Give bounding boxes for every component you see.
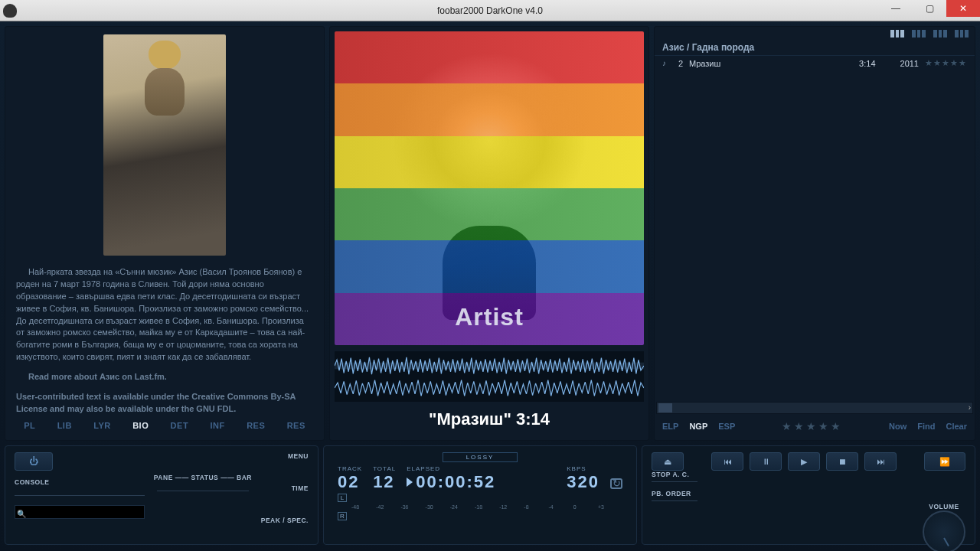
art-overlay-text: Artist [335,303,644,331]
bio-text: Най-ярката звезда на «Сънни мюзик» Азис … [5,260,324,414]
window-title: foobar2000 DarkOne v4.0 [437,5,543,16]
tab-lib[interactable]: LIB [53,419,77,432]
rating-stars[interactable]: ★★★★★ [925,58,967,68]
album-art: Artist [335,31,644,345]
playlist-row[interactable]: ♪ 2 Мразиш 3:14 2011 ★★★★★ [655,56,975,70]
tab-bio[interactable]: BIO [128,419,153,432]
minimize-button[interactable]: — [879,0,913,17]
eject-button[interactable]: ⏏ [652,452,684,471]
btn-now[interactable]: Now [889,422,906,431]
stop-ac-label[interactable]: STOP A. C. [652,471,697,478]
console-label: CONSOLE [15,478,145,486]
repeat-icon[interactable] [610,478,622,489]
btn-clear[interactable]: Clear [946,422,967,431]
rating-big[interactable]: ★★★★★ [782,420,843,432]
volume-label: VOLUME [923,503,965,510]
time-label[interactable]: TIME [292,484,309,492]
maximize-button[interactable]: ▢ [913,0,946,17]
elapsed-time: 00:00:52 [407,474,495,491]
power-button[interactable]: ⏻ [15,452,53,471]
volume-knob[interactable] [923,510,965,551]
play-button[interactable]: ▶ [788,452,820,471]
bitrate: 320 [567,474,599,491]
playlist-header: Азис / Гадна порода [655,39,975,56]
peak-label[interactable]: PEAK / SPEC. [261,517,309,524]
prev-button[interactable]: ⏮ [711,452,743,471]
vu-meter: L -48-42-36-30-24-18-12-8-40+3 R [333,494,627,520]
next-button[interactable]: ⏭ [864,452,897,471]
close-button[interactable]: ✕ [946,0,980,17]
play-indicator-icon [407,478,413,487]
tab-res2[interactable]: RES [283,419,310,432]
app-icon [3,4,17,18]
track-number: 02 [338,474,362,491]
tab-pl[interactable]: PL [19,419,40,432]
stop-button[interactable]: ⏹ [826,452,858,471]
pb-order-label[interactable]: PB. ORDER [652,490,697,497]
tab-det[interactable]: DET [166,419,194,432]
playlist-hscroll[interactable]: ‹› [656,402,973,414]
view-columns-1[interactable] [890,30,904,37]
view-columns-4[interactable] [955,30,969,37]
btn-esp[interactable]: ESP [718,422,735,431]
waveform[interactable] [335,351,644,402]
now-playing-title: "Мразиш" 3:14 [330,405,648,437]
tab-lyr[interactable]: LYR [89,419,116,432]
search-input[interactable]: 🔍 [15,505,145,519]
btn-find[interactable]: Find [917,422,935,431]
total-tracks: 12 [373,474,396,491]
artist-photo [103,34,226,256]
btn-ngp[interactable]: NGP [689,422,707,431]
tab-inf[interactable]: INF [206,419,230,432]
codec-badge: LOSSY [443,452,518,462]
view-columns-2[interactable] [912,30,926,37]
btn-elp[interactable]: ELP [662,422,678,431]
note-icon: ♪ [662,59,666,67]
pause-button[interactable]: ⏸ [750,452,782,471]
tab-res1[interactable]: RES [242,419,270,432]
view-columns-3[interactable] [933,30,947,37]
menu-label[interactable]: MENU [288,452,309,460]
fastfwd-button[interactable]: ⏩ [924,452,965,471]
